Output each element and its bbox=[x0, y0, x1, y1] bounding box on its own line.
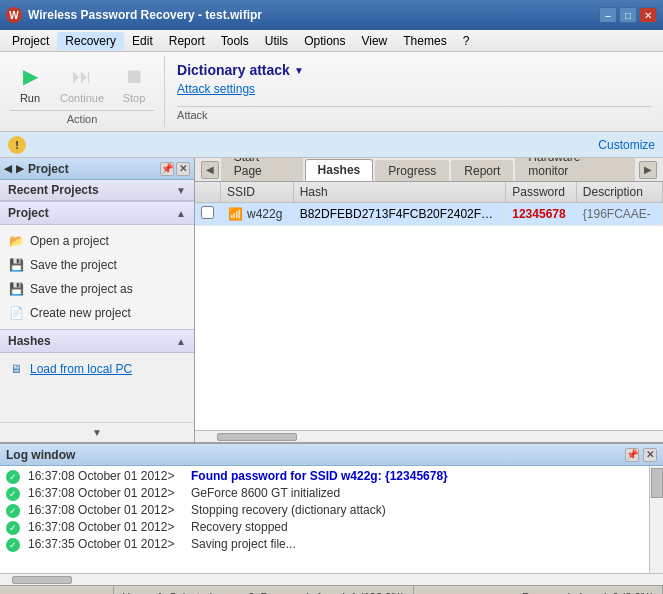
menu-recovery[interactable]: Recovery bbox=[57, 32, 124, 50]
log-pin-btn[interactable]: 📌 bbox=[625, 448, 639, 462]
create-project-label: Create new project bbox=[30, 306, 131, 320]
hashes-section-header[interactable]: Hashes ▲ bbox=[0, 329, 194, 353]
run-icon: ▶ bbox=[14, 60, 46, 92]
table-row[interactable]: 📶 w422g B82DFEBD2713F4FCB20F2402F0CD0...… bbox=[195, 203, 663, 226]
passwords-found-main: Passwords found: 1 (100.0%) bbox=[260, 591, 404, 595]
log-scrollbar-thumb[interactable] bbox=[651, 468, 663, 498]
panel-nav-back[interactable]: ◀ bbox=[4, 163, 12, 174]
menu-tools[interactable]: Tools bbox=[213, 32, 257, 50]
run-button[interactable]: ▶ Run bbox=[10, 58, 50, 106]
continue-label: Continue bbox=[60, 92, 104, 104]
customize-link[interactable]: Customize bbox=[598, 138, 655, 152]
panel-scroll-down[interactable]: ▼ bbox=[92, 427, 102, 438]
log-close-btn[interactable]: ✕ bbox=[643, 448, 657, 462]
menu-report[interactable]: Report bbox=[161, 32, 213, 50]
toolbar-attack-section: Dictionary attack ▼ Attack settings Atta… bbox=[165, 56, 663, 127]
recent-projects-label: Recent Projects bbox=[8, 183, 99, 197]
log-content: ✓ 16:37:08 October 01 2012> Found passwo… bbox=[0, 466, 649, 573]
log-timestamp-2: 16:37:08 October 01 2012> bbox=[28, 503, 183, 517]
tab-hashes[interactable]: Hashes bbox=[305, 159, 374, 181]
log-controls: 📌 ✕ bbox=[625, 448, 657, 462]
attack-settings-link[interactable]: Attack settings bbox=[177, 82, 651, 96]
col-ssid: SSID bbox=[221, 182, 294, 203]
menu-project[interactable]: Project bbox=[4, 32, 57, 50]
panel-close-btn[interactable]: ✕ bbox=[176, 162, 190, 176]
menu-themes[interactable]: Themes bbox=[395, 32, 454, 50]
save-project-action[interactable]: 💾 Save the project bbox=[6, 253, 188, 277]
stop-button[interactable]: ⏹ Stop bbox=[114, 58, 154, 106]
log-entry-1: ✓ 16:37:08 October 01 2012> GeForce 8600… bbox=[6, 485, 643, 502]
log-scrollbar-h[interactable] bbox=[0, 573, 663, 585]
restore-button[interactable]: □ bbox=[619, 7, 637, 23]
panel-nav-forward[interactable]: ▶ bbox=[16, 163, 24, 174]
project-section-header[interactable]: Project ▲ bbox=[0, 201, 194, 225]
create-project-action[interactable]: 📄 Create new project bbox=[6, 301, 188, 325]
tab-hardware-monitor[interactable]: Hardware monitor bbox=[515, 158, 635, 181]
row-hash: B82DFEBD2713F4FCB20F2402F0CD0... bbox=[293, 203, 506, 226]
log-timestamp-0: 16:37:08 October 01 2012> bbox=[28, 469, 183, 483]
toolbar: ▶ Run ⏭ Continue ⏹ Stop Action Dictionar… bbox=[0, 52, 663, 132]
tab-report[interactable]: Report bbox=[451, 160, 513, 181]
log-message-3: Recovery stopped bbox=[191, 520, 288, 534]
window-title: Wireless Password Recovery - test.wifipr bbox=[28, 8, 262, 22]
panel-pin-btn[interactable]: 📌 bbox=[160, 162, 174, 176]
load-from-pc-icon: 🖥 bbox=[8, 361, 24, 377]
log-header: Log window 📌 ✕ bbox=[0, 444, 663, 466]
log-title: Log window bbox=[6, 448, 75, 462]
recent-projects-bar[interactable]: Recent Projects ▼ bbox=[0, 180, 194, 201]
wifi-icon: 📶 bbox=[227, 207, 243, 221]
hashes-table: SSID Hash Password Description 📶 bbox=[195, 182, 663, 226]
save-project-as-action[interactable]: 💾 Save the project as bbox=[6, 277, 188, 301]
log-entry-3: ✓ 16:37:08 October 01 2012> Recovery sto… bbox=[6, 519, 643, 536]
website-link[interactable]: www.passcape.com bbox=[8, 591, 105, 595]
menu-help[interactable]: ? bbox=[455, 32, 478, 50]
open-project-label: Open a project bbox=[30, 234, 109, 248]
log-scrollbar-thumb-h[interactable] bbox=[12, 576, 72, 584]
status-users: Users: 1, Selected users: 0, Passwords f… bbox=[114, 586, 414, 594]
row-checkbox[interactable] bbox=[195, 203, 221, 226]
row-description: {196FCAAE- bbox=[576, 203, 662, 226]
load-from-pc-label: Load from local PC bbox=[30, 362, 132, 376]
hint-bar: ! Customize bbox=[0, 132, 663, 158]
right-panel: ◀ Start Page Hashes Progress Report Hard… bbox=[195, 158, 663, 442]
log-scrollbar[interactable] bbox=[649, 466, 663, 573]
open-project-action[interactable]: 📂 Open a project bbox=[6, 229, 188, 253]
attack-section-label: Attack bbox=[177, 109, 208, 121]
attack-title-text: Dictionary attack bbox=[177, 62, 290, 78]
log-status-icon-2: ✓ bbox=[6, 504, 20, 518]
hashes-table-container[interactable]: SSID Hash Password Description 📶 bbox=[195, 182, 663, 430]
status-passwords-side: Passwords found: 0 (0.0%) bbox=[514, 586, 663, 594]
menu-options[interactable]: Options bbox=[296, 32, 353, 50]
stop-label: Stop bbox=[123, 92, 146, 104]
load-from-pc-action[interactable]: 🖥 Load from local PC bbox=[6, 357, 188, 381]
log-window: Log window 📌 ✕ ✓ 16:37:08 October 01 201… bbox=[0, 443, 663, 585]
tab-scroll-right[interactable]: ▶ bbox=[639, 161, 657, 179]
users-info: Users: 1, bbox=[122, 591, 166, 595]
scrollbar-thumb-h[interactable] bbox=[217, 433, 297, 441]
minimize-button[interactable]: – bbox=[599, 7, 617, 23]
panel-header: ◀ ▶ Project 📌 ✕ bbox=[0, 158, 194, 180]
col-description: Description bbox=[576, 182, 662, 203]
tab-scroll-left[interactable]: ◀ bbox=[201, 161, 219, 179]
tab-start-page[interactable]: Start Page bbox=[221, 158, 303, 181]
menu-bar: Project Recovery Edit Report Tools Utils… bbox=[0, 30, 663, 52]
title-bar: W Wireless Password Recovery - test.wifi… bbox=[0, 0, 663, 30]
run-label: Run bbox=[20, 92, 40, 104]
project-section-content: 📂 Open a project 💾 Save the project 💾 Sa… bbox=[0, 225, 194, 329]
tabs-bar: ◀ Start Page Hashes Progress Report Hard… bbox=[195, 158, 663, 182]
continue-button[interactable]: ⏭ Continue bbox=[56, 58, 108, 106]
project-section-label: Project bbox=[8, 206, 49, 220]
tab-progress[interactable]: Progress bbox=[375, 160, 449, 181]
log-entry-4: ✓ 16:37:35 October 01 2012> Saving proje… bbox=[6, 536, 643, 553]
row-checkbox-input[interactable] bbox=[201, 206, 214, 219]
open-project-icon: 📂 bbox=[8, 233, 24, 249]
hashes-section-content: 🖥 Load from local PC bbox=[0, 353, 194, 385]
menu-edit[interactable]: Edit bbox=[124, 32, 161, 50]
hashes-chevron: ▲ bbox=[176, 336, 186, 347]
log-timestamp-4: 16:37:35 October 01 2012> bbox=[28, 537, 183, 551]
table-scrollbar-h[interactable] bbox=[195, 430, 663, 442]
close-button[interactable]: ✕ bbox=[639, 7, 657, 23]
log-status-icon-4: ✓ bbox=[6, 538, 20, 552]
menu-view[interactable]: View bbox=[353, 32, 395, 50]
menu-utils[interactable]: Utils bbox=[257, 32, 296, 50]
